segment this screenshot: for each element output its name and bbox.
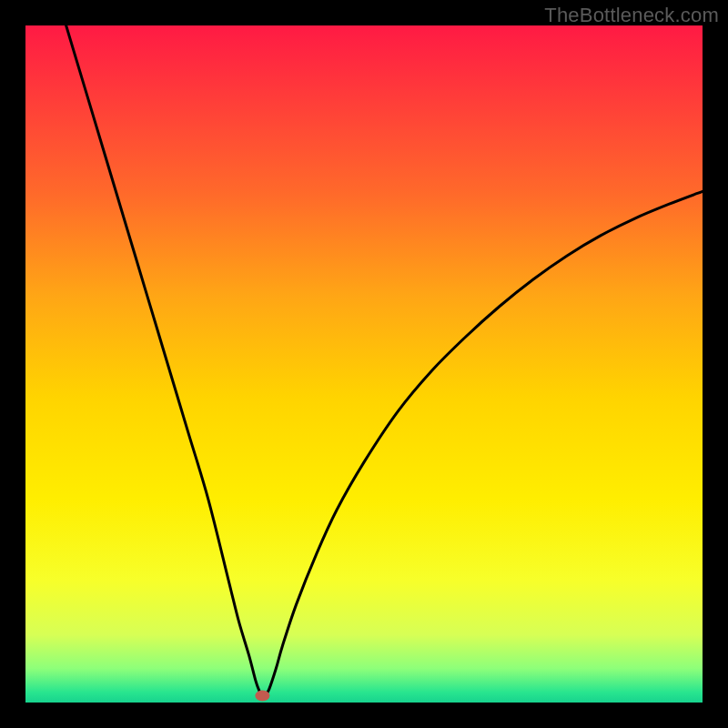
plot-area (25, 25, 703, 703)
chart-frame: TheBottleneck.com (0, 0, 728, 728)
attribution-label: TheBottleneck.com (544, 4, 719, 27)
chart-svg (25, 25, 703, 703)
optimum-marker (255, 691, 269, 702)
gradient-background (25, 25, 703, 703)
